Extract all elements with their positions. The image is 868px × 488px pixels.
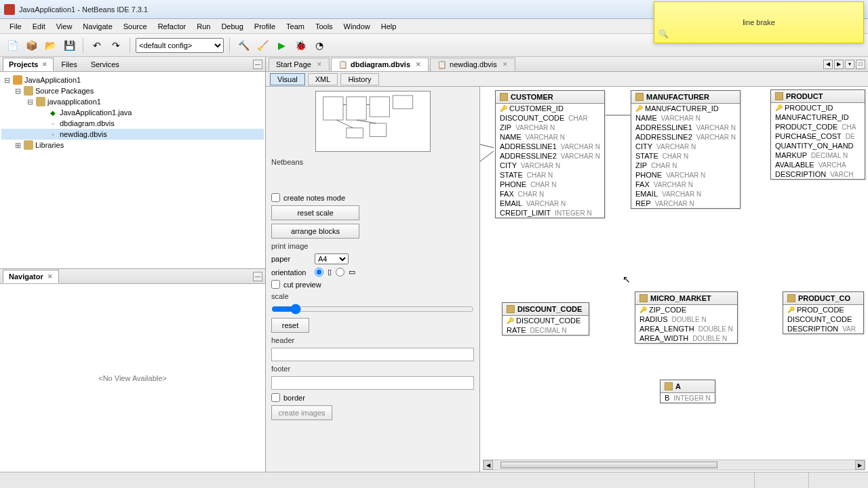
cut-preview-checkbox[interactable]: [271, 280, 280, 289]
table-discount-code[interactable]: DISCOUNT_CODE🔑DISCOUNT_CODERATEDECIMAL N: [502, 302, 589, 336]
next-tab-icon[interactable]: ▶: [834, 60, 844, 69]
tree-db2[interactable]: newdiag.dbvis: [60, 130, 107, 138]
svg-line-9: [356, 120, 376, 123]
close-icon[interactable]: ✕: [317, 61, 322, 68]
scale-slider[interactable]: [271, 304, 474, 314]
scroll-thumb[interactable]: [500, 462, 717, 468]
minimize-panel-icon[interactable]: —: [253, 272, 262, 281]
diagram-thumbnail[interactable]: [315, 91, 431, 152]
border-checkbox[interactable]: [271, 393, 280, 402]
project-icon: [13, 75, 22, 85]
scroll-left-icon[interactable]: ◀: [484, 460, 493, 470]
table-a[interactable]: ABINTEGER N: [660, 380, 715, 403]
svg-rect-4: [346, 128, 362, 138]
tree-lib[interactable]: Libraries: [35, 141, 64, 149]
paper-select[interactable]: A4: [315, 253, 349, 264]
reset-scale-button[interactable]: reset scale: [271, 205, 359, 220]
search-icon: 🔍: [658, 29, 669, 39]
tree-pkg[interactable]: javaapplication1: [47, 98, 101, 106]
svg-rect-1: [346, 97, 366, 120]
close-icon[interactable]: ✕: [502, 61, 508, 68]
table-product[interactable]: PRODUCT🔑PRODUCT_IDMANUFACTURER_IDPRODUCT…: [770, 89, 865, 180]
tab-list-icon[interactable]: ▾: [845, 60, 854, 69]
profile-icon[interactable]: ◔: [311, 37, 328, 54]
editor-sub-tabs: Visual XML History: [266, 72, 868, 87]
table-product-code[interactable]: PRODUCT_CO🔑PROD_CODEDISCOUNT_CODEDESCRIP…: [783, 291, 864, 334]
menu-edit[interactable]: Edit: [27, 20, 51, 33]
project-tree[interactable]: ⊟JavaApplication1 ⊟Source Packages ⊟java…: [0, 72, 265, 268]
svg-rect-2: [370, 97, 389, 117]
cursor-icon: ↖: [623, 274, 631, 285]
menu-window[interactable]: Window: [338, 20, 376, 33]
prev-tab-icon[interactable]: ◀: [823, 60, 833, 69]
tree-db1[interactable]: dbdiagram.dbvis: [60, 119, 115, 127]
table-customer[interactable]: CUSTOMER🔑CUSTOMER_IDDISCOUNT_CODECHARZIP…: [495, 90, 605, 218]
minimize-panel-icon[interactable]: —: [253, 60, 262, 69]
arrange-blocks-button[interactable]: arrange blocks: [271, 224, 359, 239]
menu-debug[interactable]: Debug: [216, 20, 248, 33]
svg-line-8: [336, 120, 353, 128]
reset-button[interactable]: reset: [271, 318, 309, 333]
save-all-icon[interactable]: 💾: [61, 37, 77, 54]
subtab-visual[interactable]: Visual: [270, 73, 305, 85]
redo-icon[interactable]: ↷: [108, 37, 124, 54]
app-icon: [4, 4, 15, 15]
menu-team[interactable]: Team: [281, 20, 310, 33]
subtab-xml[interactable]: XML: [308, 73, 338, 85]
orientation-landscape-radio[interactable]: [336, 268, 344, 277]
close-icon[interactable]: ✕: [42, 61, 47, 68]
new-project-icon[interactable]: 📦: [23, 37, 39, 54]
menu-navigate[interactable]: Navigate: [77, 20, 117, 33]
menu-source[interactable]: Source: [118, 20, 153, 33]
close-icon[interactable]: ✕: [416, 61, 421, 68]
menu-tools[interactable]: Tools: [310, 20, 338, 33]
print-image-label: print image: [271, 242, 474, 250]
clean-build-icon[interactable]: 🧹: [254, 37, 271, 54]
menu-run[interactable]: Run: [191, 20, 216, 33]
config-select[interactable]: <default config>: [136, 38, 224, 53]
tree-root[interactable]: JavaApplication1: [24, 76, 81, 84]
sticky-text: line brake: [743, 18, 775, 26]
landscape-icon: ▭: [349, 268, 355, 277]
diagram-canvas[interactable]: CUSTOMER🔑CUSTOMER_IDDISCOUNT_CODECHARZIP…: [480, 87, 868, 472]
menu-file[interactable]: File: [4, 20, 27, 33]
subtab-history[interactable]: History: [340, 73, 378, 85]
build-icon[interactable]: 🔨: [235, 37, 252, 54]
tab-projects[interactable]: Projects✕: [3, 58, 54, 71]
tab-files[interactable]: Files: [55, 58, 83, 71]
horizontal-scrollbar[interactable]: ◀ ▶: [483, 460, 865, 470]
create-notes-checkbox[interactable]: [271, 193, 280, 202]
menu-view[interactable]: View: [51, 20, 78, 33]
table-micro-market[interactable]: MICRO_MARKET🔑ZIP_CODERADIUSDOUBLE NAREA_…: [635, 291, 738, 344]
properties-panel: Netbeans create notes mode reset scale a…: [266, 87, 480, 472]
orientation-portrait-radio[interactable]: [315, 268, 323, 277]
tab-start-page[interactable]: Start Page✕: [269, 58, 330, 70]
package-icon: [24, 86, 33, 96]
header-input[interactable]: [271, 348, 474, 361]
footer-input[interactable]: [271, 376, 474, 390]
tab-navigator[interactable]: Navigator✕: [3, 270, 59, 283]
tree-src[interactable]: Source Packages: [35, 87, 94, 95]
menu-profile[interactable]: Profile: [249, 20, 281, 33]
brand-label: Netbeans: [271, 158, 474, 166]
undo-icon[interactable]: ↶: [89, 37, 105, 54]
new-file-icon[interactable]: 📄: [4, 37, 20, 54]
svg-rect-0: [323, 97, 342, 120]
open-icon[interactable]: 📂: [42, 37, 58, 54]
table-manufacturer[interactable]: MANUFACTURER🔑MANUFACTURER_IDNAMEVARCHAR …: [631, 90, 741, 209]
file-icon: ▫: [48, 119, 58, 128]
tab-dbdiagram[interactable]: 📋dbdiagram.dbvis✕: [331, 58, 429, 71]
maximize-editor-icon[interactable]: □: [856, 60, 865, 69]
tab-newdiag[interactable]: 📋newdiag.dbvis✕: [430, 58, 515, 71]
menu-refactor[interactable]: Refactor: [153, 20, 192, 33]
create-images-button[interactable]: create images: [271, 405, 332, 420]
debug-icon[interactable]: 🐞: [292, 37, 309, 54]
tree-java[interactable]: JavaApplication1.java: [60, 108, 132, 117]
libraries-icon: [24, 140, 33, 150]
close-icon[interactable]: ✕: [47, 273, 53, 280]
package-icon: [36, 97, 45, 106]
run-icon[interactable]: ▶: [273, 37, 290, 54]
tab-services[interactable]: Services: [85, 58, 125, 71]
menu-help[interactable]: Help: [376, 20, 402, 33]
scroll-right-icon[interactable]: ▶: [855, 460, 865, 470]
